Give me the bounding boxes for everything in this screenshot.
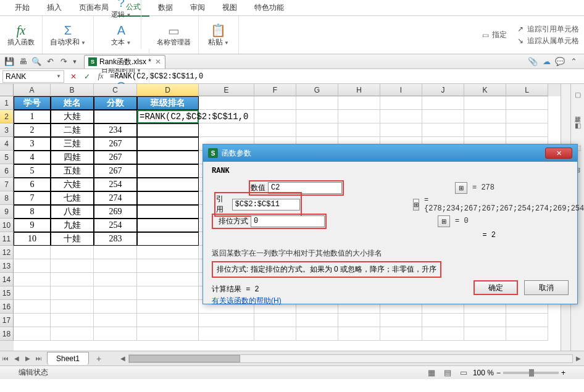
insert-function-button[interactable]: fx插入函数 (5, 22, 37, 48)
cell-B3[interactable]: 二娃 (51, 123, 94, 137)
row-header-1[interactable]: 1 (0, 96, 14, 110)
close-dialog-button[interactable]: ✕ (545, 148, 572, 159)
col-header-G[interactable]: G (296, 84, 338, 96)
cell-K2[interactable] (464, 110, 506, 123)
cell-D16[interactable] (137, 300, 199, 314)
print-icon[interactable]: 🖶 (16, 56, 30, 68)
cell-A12[interactable] (14, 246, 51, 259)
cancel-button[interactable]: 取消 (524, 280, 569, 295)
cell-L1[interactable] (506, 96, 548, 110)
cell-G1[interactable] (296, 96, 338, 110)
help-link[interactable]: 有关该函数的帮助(H) (212, 296, 282, 306)
cell-B9[interactable]: 八娃 (51, 205, 94, 219)
cell-F18[interactable] (254, 327, 296, 341)
save-icon[interactable]: 💾 (2, 56, 16, 68)
col-header-B[interactable]: B (51, 84, 94, 96)
scroll-right-icon[interactable]: ▶ (573, 353, 584, 364)
row-header-6[interactable]: 6 (0, 164, 14, 178)
cell-I3[interactable] (380, 123, 422, 137)
prev-sheet-icon[interactable]: ◀ (11, 353, 22, 364)
cell-L3[interactable] (506, 123, 548, 137)
undo-icon[interactable]: ↶ (43, 56, 57, 68)
view-break-icon[interactable]: ▭ (457, 367, 470, 379)
logical-button[interactable]: ?逻辑▼ (106, 0, 136, 20)
cell-F1[interactable] (254, 96, 296, 110)
col-header-F[interactable]: F (254, 84, 296, 96)
col-header-D[interactable]: D (137, 84, 199, 96)
cell-C6[interactable]: 267 (94, 164, 137, 178)
scroll-left-icon[interactable]: ◀ (117, 353, 128, 364)
ribbon-tab-0[interactable]: 开始 (6, 0, 38, 16)
cell-D8[interactable] (137, 191, 199, 205)
cell-D4[interactable] (137, 137, 199, 151)
cell-C8[interactable]: 274 (94, 191, 137, 205)
cell-B6[interactable]: 五娃 (51, 164, 94, 178)
cell-C9[interactable]: 269 (94, 205, 137, 219)
redo-icon[interactable]: ↷ (57, 56, 70, 68)
row-header-13[interactable]: 13 (0, 259, 14, 273)
cell-C7[interactable]: 254 (94, 178, 137, 191)
cell-B11[interactable]: 十娃 (51, 232, 94, 246)
cell-D13[interactable] (137, 259, 199, 273)
cell-I18[interactable] (380, 327, 422, 341)
cell-F2[interactable] (254, 110, 296, 123)
zoom-out-icon[interactable]: − (496, 369, 501, 377)
cell-H1[interactable] (338, 96, 380, 110)
name-box[interactable]: RANK▼ (2, 70, 64, 83)
cell-C18[interactable] (94, 327, 137, 341)
clip-icon[interactable]: 📎 (526, 56, 540, 68)
cell-F3[interactable] (254, 123, 296, 137)
row-header-18[interactable]: 18 (0, 327, 14, 341)
text-button[interactable]: A文本▼ (106, 22, 136, 48)
cell-B14[interactable] (51, 273, 94, 286)
cell-D6[interactable] (137, 164, 199, 178)
view-normal-icon[interactable]: ▦ (425, 367, 438, 379)
cell-C4[interactable]: 267 (94, 137, 137, 151)
first-sheet-icon[interactable]: ⏮ (0, 353, 11, 364)
col-header-A[interactable]: A (14, 84, 51, 96)
row-header-5[interactable]: 5 (0, 151, 14, 164)
cell-B7[interactable]: 六娃 (51, 178, 94, 191)
autosum-button[interactable]: Σ自动求和▼ (48, 22, 88, 48)
cell-A16[interactable] (14, 300, 51, 314)
cell-A2[interactable]: 1 (14, 110, 51, 123)
next-sheet-icon[interactable]: ▶ (22, 353, 33, 364)
new-doc-icon[interactable]: ▢ (572, 89, 583, 100)
cell-C2[interactable] (94, 110, 137, 123)
ribbon-tab-6[interactable]: 视图 (214, 0, 246, 16)
cell-A13[interactable] (14, 259, 51, 273)
cell-C14[interactable] (94, 273, 137, 286)
row-header-15[interactable]: 15 (0, 286, 14, 300)
accept-formula-icon[interactable]: ✓ (80, 70, 94, 83)
cell-D12[interactable] (137, 246, 199, 259)
cell-K17[interactable] (464, 314, 506, 327)
cell-B12[interactable] (51, 246, 94, 259)
cell-C11[interactable]: 283 (94, 232, 137, 246)
cell-L18[interactable] (506, 327, 548, 341)
row-header-2[interactable]: 2 (0, 110, 14, 123)
cell-C3[interactable]: 234 (94, 123, 137, 137)
row-header-8[interactable]: 8 (0, 191, 14, 205)
sheet-tab[interactable]: Sheet1 (47, 352, 89, 365)
cell-I1[interactable] (380, 96, 422, 110)
cell-C17[interactable] (94, 314, 137, 327)
row-header-11[interactable]: 11 (0, 232, 14, 246)
cell-H18[interactable] (338, 327, 380, 341)
cell-I17[interactable] (380, 314, 422, 327)
ribbon-tab-7[interactable]: 特色功能 (246, 0, 293, 16)
col-header-L[interactable]: L (506, 84, 548, 96)
row-header-14[interactable]: 14 (0, 273, 14, 286)
ribbon-tab-5[interactable]: 审阅 (181, 0, 214, 16)
last-sheet-icon[interactable]: ⏭ (33, 353, 44, 364)
col-header-K[interactable]: K (464, 84, 506, 96)
zoom-slider[interactable] (503, 372, 559, 374)
cell-D14[interactable] (137, 273, 199, 286)
cell-B4[interactable]: 三娃 (51, 137, 94, 151)
cell-A7[interactable]: 6 (14, 178, 51, 191)
select-all-corner[interactable] (0, 84, 14, 96)
qat-dropdown-icon[interactable]: ▼ (70, 56, 79, 68)
collapse-ribbon-icon[interactable]: ⌃ (567, 56, 580, 68)
cell-C12[interactable] (94, 246, 137, 259)
row-header-7[interactable]: 7 (0, 178, 14, 191)
cancel-formula-icon[interactable]: ✕ (67, 70, 80, 83)
